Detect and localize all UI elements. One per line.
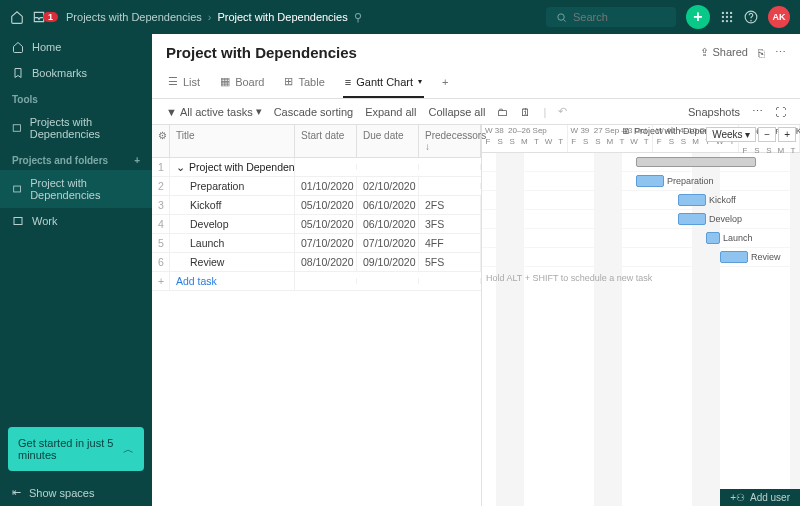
link-icon[interactable]: ⎘	[758, 47, 765, 59]
svg-rect-12	[13, 125, 20, 132]
breadcrumb-parent[interactable]: Projects with Dependencies	[66, 11, 202, 23]
gantt-bar[interactable]: Kickoff	[678, 194, 706, 206]
col-due[interactable]: Due date	[357, 125, 419, 157]
tab-list[interactable]: ☰ List	[166, 67, 202, 98]
gantt-bar-project[interactable]	[636, 157, 756, 167]
add-user-button[interactable]: +⚇ Add user	[720, 489, 800, 506]
tab-gantt[interactable]: ≡ Gantt Chart ▾	[343, 68, 424, 98]
svg-point-1	[722, 12, 724, 14]
zoom-select[interactable]: Weeks ▾	[706, 127, 756, 142]
svg-point-9	[730, 20, 732, 22]
inbox-badge: 1	[43, 12, 58, 22]
more-icon[interactable]: ⋯	[775, 46, 786, 59]
toolbar: ▼ All active tasks ▾ Cascade sorting Exp…	[152, 99, 800, 125]
table-row[interactable]: 6Review08/10/202009/10/20205FS	[152, 253, 481, 272]
zoom-out-button[interactable]: −	[758, 127, 776, 142]
sort-button[interactable]: Cascade sorting	[274, 106, 354, 118]
breadcrumb-current[interactable]: Project with Dependencies	[217, 11, 347, 23]
get-started-card[interactable]: Get started in just 5 minutes︿	[8, 427, 144, 471]
col-predecessors[interactable]: Predecessors ↓	[419, 125, 481, 157]
sidebar-item-work[interactable]: Work	[0, 208, 152, 234]
tab-add[interactable]: +	[440, 68, 450, 98]
plus-icon[interactable]: +	[152, 272, 170, 290]
table-row[interactable]: 5Launch07/10/202007/10/20204FF	[152, 234, 481, 253]
tab-board[interactable]: ▦ Board	[218, 67, 266, 98]
sidebar-section-projects: Projects and folders+	[0, 147, 152, 170]
avatar[interactable]: AK	[768, 6, 790, 28]
help-icon[interactable]	[744, 10, 758, 24]
add-folder-icon[interactable]: +	[134, 155, 140, 166]
svg-point-2	[726, 12, 728, 14]
col-start[interactable]: Start date	[295, 125, 357, 157]
chevron-down-icon[interactable]: ⌄	[176, 161, 185, 173]
svg-point-7	[722, 20, 724, 22]
header: Project with Dependencies ⇪ Shared ⎘ ⋯	[152, 34, 800, 67]
svg-point-0	[558, 13, 564, 19]
sidebar: Home Bookmarks Tools Projects with Depen…	[0, 34, 152, 506]
folder-icon[interactable]: 🗀	[497, 106, 508, 118]
table-row[interactable]: 2Preparation01/10/202002/10/2020	[152, 177, 481, 196]
svg-rect-13	[14, 186, 21, 192]
table-row[interactable]: 3Kickoff05/10/202006/10/20202FS	[152, 196, 481, 215]
gantt-body[interactable]: Preparation Kickoff Develop Launch Revie…	[482, 153, 800, 506]
toolbar-more-icon[interactable]: ⋯	[752, 105, 763, 118]
expand-all-button[interactable]: Expand all	[365, 106, 416, 118]
apps-icon[interactable]	[720, 10, 734, 24]
fullscreen-icon[interactable]: ⛶	[775, 106, 786, 118]
gear-icon[interactable]: ⚙	[152, 125, 170, 157]
gantt-bar[interactable]: Develop	[678, 213, 706, 225]
collapse-all-button[interactable]: Collapse all	[429, 106, 486, 118]
inbox-icon[interactable]: 1	[32, 10, 58, 24]
calendar-icon[interactable]: 🗓	[520, 106, 531, 118]
search-input[interactable]	[546, 7, 676, 27]
undo-icon[interactable]: ↶	[558, 105, 567, 118]
svg-point-8	[726, 20, 728, 22]
zoom-in-button[interactable]: +	[778, 127, 796, 142]
filter-button[interactable]: ▼ All active tasks ▾	[166, 105, 262, 118]
page-title: Project with Dependencies	[166, 44, 357, 61]
svg-point-11	[751, 20, 752, 21]
tab-table[interactable]: ⊞ Table	[282, 67, 326, 98]
show-spaces-button[interactable]: ⇤Show spaces	[0, 479, 152, 506]
home-icon[interactable]	[10, 10, 24, 24]
add-task-row[interactable]: + Add task	[152, 272, 481, 291]
svg-point-3	[730, 12, 732, 14]
svg-rect-14	[14, 218, 22, 225]
snapshots-button[interactable]: Snapshots	[688, 106, 740, 118]
main: Project with Dependencies ⇪ Shared ⎘ ⋯ ☰…	[152, 34, 800, 506]
col-title[interactable]: Title	[170, 125, 295, 157]
svg-point-4	[722, 16, 724, 18]
gantt-bar[interactable]: Review	[720, 251, 748, 263]
sidebar-section-tools: Tools	[0, 86, 152, 109]
shared-button[interactable]: ⇪ Shared	[700, 46, 748, 59]
view-tabs: ☰ List ▦ Board ⊞ Table ≡ Gantt Chart ▾ +	[152, 67, 800, 99]
gantt-chart[interactable]: 🗎 Project with Dependencies • Aleksandar…	[482, 125, 800, 506]
chevron-up-icon: ︿	[123, 442, 134, 457]
task-grid: ⚙ Title Start date Due date Predecessors…	[152, 125, 482, 506]
table-row[interactable]: 1 ⌄Project with Dependenc...	[152, 158, 481, 177]
sidebar-item-project-dependencies[interactable]: Project with Dependencies	[0, 170, 152, 208]
gantt-hint: Hold ALT + SHIFT to schedule a new task	[486, 273, 652, 283]
create-button[interactable]: +	[686, 5, 710, 29]
sidebar-item-bookmarks[interactable]: Bookmarks	[0, 60, 152, 86]
svg-point-6	[730, 16, 732, 18]
sidebar-item-home[interactable]: Home	[0, 34, 152, 60]
sidebar-item-projects-deps[interactable]: Projects with Dependencies	[0, 109, 152, 147]
gantt-bar[interactable]: Preparation	[636, 175, 664, 187]
table-row[interactable]: 4Develop05/10/202006/10/20203FS	[152, 215, 481, 234]
search-field[interactable]	[573, 11, 663, 23]
svg-point-5	[726, 16, 728, 18]
breadcrumb: Projects with Dependencies › Project wit…	[66, 11, 362, 24]
pin-icon[interactable]: ⚲	[354, 11, 362, 24]
gantt-bar[interactable]: Launch	[706, 232, 720, 244]
topbar: 1 Projects with Dependencies › Project w…	[0, 0, 800, 34]
